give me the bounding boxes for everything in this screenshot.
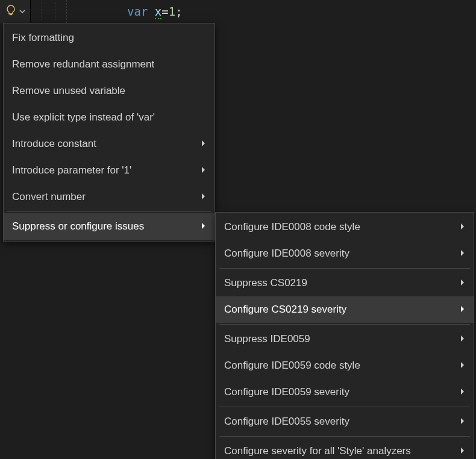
menu-item[interactable]: Fix formatting [4,25,215,51]
menu-separator [219,268,470,269]
menu-item-label: Introduce constant [12,138,96,150]
code-number: 1 [169,5,175,18]
editor-gutter [31,0,67,23]
suppress-configure-submenu: Configure IDE0008 code styleConfigure ID… [215,212,474,459]
menu-item[interactable]: Use explicit type instead of 'var' [4,104,215,131]
menu-item-label: Configure IDE0059 code style [224,360,360,372]
menu-item-label: Fix formatting [12,32,74,44]
menu-item[interactable]: Suppress or configure issues [4,213,215,240]
menu-item[interactable]: Configure IDE0008 code style [216,214,474,240]
caret-down-icon [19,5,25,17]
menu-item[interactable]: Configure IDE0059 severity [216,379,474,405]
chevron-right-icon [459,277,465,289]
menu-separator [219,407,470,407]
menu-item-label: Introduce parameter for '1' [12,164,131,176]
menu-separator [219,324,470,325]
lightbulb-icon [5,4,17,19]
menu-item[interactable]: Configure IDE0055 severity [216,408,474,435]
menu-item-label: Configure IDE0008 code style [224,221,360,233]
chevron-right-icon [459,248,465,260]
menu-separator [219,436,470,437]
code-line[interactable]: var x = 1 ; [67,0,183,23]
menu-item-label: Remove redundant assignment [12,58,154,70]
menu-item[interactable]: Configure IDE0059 code style [216,352,474,379]
chevron-right-icon [200,220,206,233]
menu-item-label: Suppress CS0219 [224,277,307,289]
code-terminator: ; [175,5,182,18]
menu-separator [7,211,211,212]
menu-item[interactable]: Configure IDE0008 severity [216,240,474,267]
menu-item-label: Configure CS0219 severity [224,304,346,316]
menu-item-label: Configure severity for all 'Style' analy… [224,445,411,457]
chevron-right-icon [200,164,206,176]
menu-item-label: Configure IDE0008 severity [224,248,349,260]
menu-item-label: Configure IDE0055 severity [224,416,349,428]
chevron-right-icon [459,221,465,233]
menu-item-label: Suppress IDE0059 [224,333,310,345]
menu-item[interactable]: Configure severity for all 'Style' analy… [216,438,474,459]
menu-item[interactable]: Suppress CS0219 [216,270,474,296]
chevron-right-icon [200,138,206,150]
menu-item[interactable]: Introduce constant [4,131,215,157]
menu-item-label: Remove unused variable [12,85,125,97]
menu-item-label: Configure IDE0059 severity [224,386,349,398]
code-keyword: var [127,5,148,18]
editor-top-bar: var x = 1 ; [0,0,476,23]
quick-actions-button[interactable] [0,0,31,23]
chevron-right-icon [459,416,465,428]
chevron-right-icon [459,445,465,457]
menu-item[interactable]: Suppress IDE0059 [216,326,474,352]
chevron-right-icon [459,386,465,398]
chevron-right-icon [459,333,465,345]
code-operator: = [161,5,168,18]
menu-item-label: Use explicit type instead of 'var' [12,111,155,123]
menu-item[interactable]: Configure CS0219 severity [216,296,474,323]
menu-item[interactable]: Convert number [4,184,215,210]
menu-item[interactable]: Introduce parameter for '1' [4,157,215,184]
chevron-right-icon [200,191,206,203]
chevron-right-icon [459,304,465,316]
menu-item[interactable]: Remove redundant assignment [4,51,215,78]
chevron-right-icon [459,360,465,372]
menu-item-label: Convert number [12,191,86,203]
menu-item[interactable]: Remove unused variable [4,78,215,104]
menu-item-label: Suppress or configure issues [12,220,144,233]
code-identifier: x [155,5,161,18]
quick-actions-menu: Fix formattingRemove redundant assignmen… [3,23,215,242]
